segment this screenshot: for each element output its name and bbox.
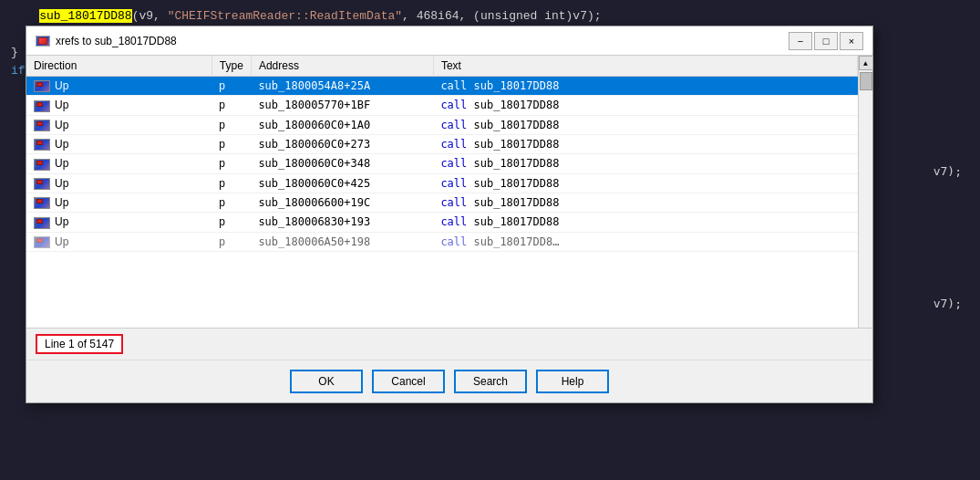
titlebar-left: xrefs to sub_18017DD88 xyxy=(36,35,177,47)
text-value: sub_18017DD88 xyxy=(474,215,560,228)
text-keyword: call xyxy=(440,99,473,111)
cell-text: call sub_18017DD88 xyxy=(433,134,857,153)
table-row[interactable]: Uppsub_1800060C0+273call sub_18017DD88 xyxy=(26,134,858,153)
text-keyword: call xyxy=(440,177,473,190)
cell-type: p xyxy=(211,134,251,153)
table-row[interactable]: Uppsub_180005770+1BFcall sub_18017DD88 xyxy=(26,96,858,115)
table-row[interactable]: Uppsub_180006A50+198call sub_18017DD8… xyxy=(26,232,858,251)
maximize-button[interactable]: □ xyxy=(814,32,838,50)
right-code-line-2: v7); xyxy=(934,297,962,310)
cell-text: call sub_18017DD88 xyxy=(433,173,857,193)
close-button[interactable]: × xyxy=(840,32,863,50)
table-row[interactable]: Uppsub_180006830+193call sub_18017DD88 xyxy=(26,213,858,232)
col-text: Text xyxy=(433,56,857,77)
cell-text: call sub_18017DD88 xyxy=(433,77,857,96)
text-keyword: call xyxy=(440,215,473,228)
cancel-button[interactable]: Cancel xyxy=(372,370,445,393)
highlighted-function: sub_18017DD88 xyxy=(39,9,131,23)
row-icon xyxy=(34,100,50,112)
text-keyword: call xyxy=(440,119,473,131)
cell-address: sub_1800060C0+425 xyxy=(251,173,433,193)
minimize-button[interactable]: − xyxy=(789,32,812,50)
row-icon xyxy=(34,217,50,229)
text-keyword: call xyxy=(440,138,473,151)
right-code-line-1: v7); xyxy=(934,164,962,178)
scrollbar[interactable]: ▲ xyxy=(858,56,872,328)
text-keyword: call xyxy=(440,79,473,92)
col-direction: Direction xyxy=(26,56,211,77)
direction-text: Up xyxy=(55,119,68,131)
table-row[interactable]: Uppsub_1800060C0+1A0call sub_18017DD88 xyxy=(26,115,858,134)
text-value: sub_18017DD88 xyxy=(474,79,560,92)
direction-text: Up xyxy=(55,99,68,111)
cell-type: p xyxy=(211,232,251,251)
cell-direction: Up xyxy=(26,173,211,193)
row-icon xyxy=(34,80,50,92)
direction-text: Up xyxy=(55,157,68,170)
row-icon xyxy=(34,139,50,151)
cell-type: p xyxy=(211,154,251,173)
dialog-title: xrefs to sub_18017DD88 xyxy=(56,35,177,47)
direction-text: Up xyxy=(55,196,68,209)
text-value: sub_18017DD88 xyxy=(474,196,560,209)
cell-address: sub_1800060C0+348 xyxy=(251,154,433,173)
ok-button[interactable]: OK xyxy=(290,370,363,393)
cell-direction: Up xyxy=(26,96,211,115)
code-line-1: sub_18017DD88(v9, "CHEIFStreamReader::Re… xyxy=(11,7,969,26)
row-icon xyxy=(34,159,50,171)
cell-direction: Up xyxy=(26,154,211,173)
direction-text: Up xyxy=(55,235,68,248)
direction-text: Up xyxy=(55,138,68,151)
cell-text: call sub_18017DD8… xyxy=(433,232,857,251)
xrefs-table: Direction Type Address Text Uppsub_18000… xyxy=(26,56,858,252)
button-bar: OK Cancel Search Help xyxy=(26,360,872,402)
table-container: Direction Type Address Text Uppsub_18000… xyxy=(26,56,872,328)
table-scroll-area[interactable]: Direction Type Address Text Uppsub_18000… xyxy=(26,56,858,328)
status-bar: Line 1 of 5147 xyxy=(26,328,872,360)
table-row[interactable]: Uppsub_180006600+19Ccall sub_18017DD88 xyxy=(26,193,858,212)
text-value: sub_18017DD88 xyxy=(474,99,560,111)
dialog-icon xyxy=(36,36,50,47)
direction-text: Up xyxy=(55,79,68,92)
header-row: Direction Type Address Text xyxy=(26,56,858,77)
cell-type: p xyxy=(211,96,251,115)
direction-text: Up xyxy=(55,177,68,190)
cell-direction: Up xyxy=(26,77,211,96)
row-icon xyxy=(34,197,50,209)
cell-address: sub_180006830+193 xyxy=(251,213,433,232)
scroll-up-button[interactable]: ▲ xyxy=(859,56,873,70)
cell-text: call sub_18017DD88 xyxy=(433,193,857,212)
table-body: Uppsub_1800054A8+25Acall sub_18017DD88Up… xyxy=(26,77,858,252)
text-keyword: call xyxy=(440,196,473,209)
scroll-thumb[interactable] xyxy=(860,72,872,90)
cell-type: p xyxy=(211,213,251,232)
cell-address: sub_180005770+1BF xyxy=(251,96,433,115)
text-value: sub_18017DD8… xyxy=(474,235,560,248)
table-row[interactable]: Uppsub_1800060C0+348call sub_18017DD88 xyxy=(26,154,858,173)
table-row[interactable]: Uppsub_1800060C0+425call sub_18017DD88 xyxy=(26,173,858,193)
row-icon xyxy=(34,120,50,131)
cell-address: sub_180006600+19C xyxy=(251,193,433,212)
table-row[interactable]: Uppsub_1800054A8+25Acall sub_18017DD88 xyxy=(26,77,858,96)
cell-text: call sub_18017DD88 xyxy=(433,96,857,115)
line-count-label: Line 1 of 5147 xyxy=(36,334,123,354)
cell-address: sub_1800060C0+273 xyxy=(251,134,433,153)
cell-direction: Up xyxy=(26,115,211,134)
cell-type: p xyxy=(211,193,251,212)
cell-address: sub_180006A50+198 xyxy=(251,232,433,251)
text-value: sub_18017DD88 xyxy=(474,177,560,190)
row-icon xyxy=(34,236,50,248)
help-button[interactable]: Help xyxy=(536,370,609,393)
text-value: sub_18017DD88 xyxy=(474,138,560,151)
search-button[interactable]: Search xyxy=(454,370,527,393)
cell-type: p xyxy=(211,173,251,193)
dialog-titlebar: xrefs to sub_18017DD88 − □ × xyxy=(26,26,872,56)
right-code-overlay: v7); v7); xyxy=(934,164,962,310)
cell-type: p xyxy=(211,115,251,134)
cell-text: call sub_18017DD88 xyxy=(433,154,857,173)
col-type: Type xyxy=(211,56,251,77)
cell-direction: Up xyxy=(26,134,211,153)
cell-text: call sub_18017DD88 xyxy=(433,115,857,134)
direction-text: Up xyxy=(55,215,68,228)
cell-direction: Up xyxy=(26,232,211,251)
